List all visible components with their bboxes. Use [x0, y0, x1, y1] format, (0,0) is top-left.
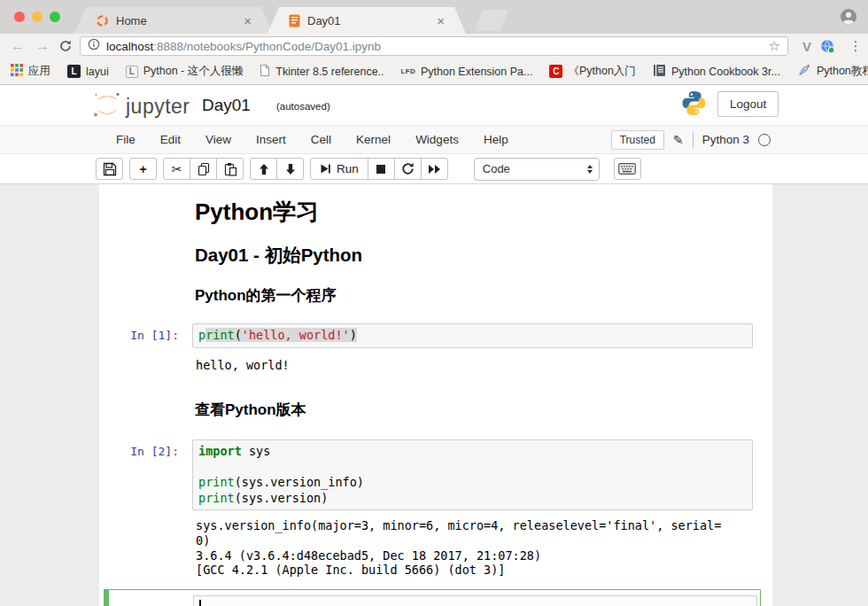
jupyter-toolbar: + ✂ Run Code — [0, 154, 868, 184]
code-token: rint — [205, 328, 235, 342]
bookmark-label: Python Cookbook 3r... — [671, 66, 780, 78]
save-button[interactable] — [96, 158, 123, 180]
menu-kernel[interactable]: Kernel — [344, 133, 403, 146]
tab-day01[interactable]: Day01 × — [267, 7, 466, 34]
paste-cell-button[interactable] — [216, 158, 244, 180]
input-prompt: In [1]: — [99, 323, 186, 348]
code-cell-1: In [1]: print('hello, world!') — [99, 323, 772, 348]
site-info-icon[interactable] — [88, 38, 100, 54]
menu-view[interactable]: View — [193, 133, 244, 146]
notebook-title[interactable]: Day01 — [202, 96, 251, 115]
notebook-scroll-area[interactable]: Python学习 Day01 - 初始Python Python的第一个程序 I… — [0, 184, 868, 606]
code-token: print — [198, 475, 235, 489]
bookmark-label: Python教程 — [817, 64, 868, 79]
trusted-badge[interactable]: Trusted — [611, 130, 664, 150]
url-text: localhost:8888/notebooks/PythonCode/Day0… — [106, 40, 769, 53]
close-tab-icon[interactable]: × — [244, 14, 252, 27]
bookmark-python-blog[interactable]: L Python - 这个人很懒 — [126, 64, 244, 79]
jupyter-header: jupyter Day01 (autosaved) Logout — [0, 86, 868, 125]
bookmark-python-tutorial[interactable]: Python教程 — [797, 63, 868, 80]
command-palette-button[interactable] — [614, 158, 641, 180]
translate-globe-icon[interactable] — [820, 39, 835, 58]
fast-forward-icon — [428, 164, 441, 175]
minimize-window-button[interactable] — [32, 12, 43, 22]
bookmark-python-cookbook[interactable]: Python Cookbook 3r... — [653, 64, 780, 80]
copy-cell-button[interactable] — [190, 158, 217, 180]
code-input-area[interactable] — [193, 595, 757, 606]
bookmark-label: 《Python入门 — [568, 64, 635, 79]
lfd-icon: LFD — [401, 67, 415, 75]
bookmark-label: Tkinter 8.5 reference.. — [275, 66, 384, 78]
jupyter-menubar: File Edit View Insert Cell Kernel Widget… — [0, 125, 868, 154]
restart-kernel-button[interactable] — [394, 158, 422, 180]
forward-button[interactable]: → — [32, 34, 53, 58]
logout-button[interactable]: Logout — [717, 91, 779, 117]
menu-file[interactable]: File — [104, 133, 148, 146]
bookmark-star-icon[interactable]: ☆ — [769, 38, 780, 54]
move-cell-down-button[interactable] — [276, 158, 304, 180]
jupyter-ring-icon — [96, 14, 109, 27]
keyboard-icon — [618, 163, 636, 175]
divider — [693, 132, 694, 148]
bookmark-label: layui — [86, 66, 109, 78]
code-input-area[interactable]: print('hello, world!') — [192, 323, 753, 348]
cell-type-dropdown[interactable]: Code — [474, 158, 600, 181]
restart-run-all-button[interactable] — [421, 158, 448, 180]
back-button[interactable]: ← — [7, 34, 28, 58]
jupyter-logo-icon — [91, 90, 123, 120]
run-label: Run — [337, 162, 359, 175]
bookmark-apps[interactable]: 应用 — [11, 64, 50, 79]
new-tab-button[interactable] — [475, 10, 508, 31]
jupyter-logo[interactable]: jupyter — [91, 90, 190, 120]
kernel-name: Python 3 — [702, 133, 749, 146]
bookmark-layui[interactable]: L layui — [67, 65, 109, 78]
bookmark-tkinter[interactable]: Tkinter 8.5 reference.. — [260, 64, 384, 80]
code-cell-3-selected[interactable]: In [ ]: — [104, 589, 761, 606]
address-bar[interactable]: localhost:8888/notebooks/PythonCode/Day0… — [80, 36, 788, 56]
menu-insert[interactable]: Insert — [244, 133, 298, 146]
restart-icon — [401, 162, 415, 175]
markdown-heading-3: 查看Python版本 — [195, 400, 306, 420]
browser-menu-icon[interactable]: ⋮ — [845, 34, 866, 58]
window-controls — [14, 12, 60, 22]
bookmarks-bar: 应用 L layui L Python - 这个人很懒 Tkinter 8.5 … — [0, 58, 868, 85]
arrow-up-icon — [258, 163, 270, 175]
menu-widgets[interactable]: Widgets — [403, 133, 471, 146]
kernel-idle-indicator — [758, 134, 771, 146]
dropdown-spinner-icon — [587, 165, 593, 174]
rocket-icon — [797, 63, 811, 80]
add-cell-button[interactable]: + — [129, 158, 157, 180]
menu-edit[interactable]: Edit — [148, 133, 193, 146]
close-tab-icon[interactable]: × — [437, 14, 445, 27]
tab-home[interactable]: Home × — [74, 7, 273, 34]
menu-cell[interactable]: Cell — [298, 133, 344, 146]
cell-type-value: Code — [483, 162, 510, 175]
page-icon — [260, 64, 270, 80]
move-cell-up-button[interactable] — [250, 158, 277, 180]
cut-cell-button[interactable]: ✂ — [163, 158, 190, 180]
menu-help[interactable]: Help — [471, 133, 521, 146]
code-token: ( — [235, 328, 242, 342]
empty-code-line — [198, 460, 747, 476]
zoom-window-button[interactable] — [50, 12, 60, 22]
bookmark-python-intro[interactable]: C 《Python入门 — [549, 64, 635, 79]
letter-l-icon: L — [126, 66, 138, 78]
interrupt-kernel-button[interactable] — [368, 158, 395, 180]
code-input-area[interactable]: import sys print(sys.version_info) print… — [192, 439, 753, 510]
run-cell-button[interactable]: Run — [310, 158, 368, 180]
profile-avatar-icon[interactable] — [840, 8, 857, 29]
markdown-heading-2: Day01 - 初始Python — [195, 243, 362, 268]
bookmark-label: Python - 这个人很懒 — [143, 64, 244, 79]
text-cursor — [199, 600, 201, 606]
extension-v-icon[interactable]: V — [795, 34, 818, 58]
bookmark-python-extension[interactable]: LFD Python Extension Pa... — [401, 66, 533, 78]
browser-tab-strip: Home × Day01 × — [0, 0, 868, 34]
csdn-icon: C — [549, 65, 562, 78]
code-token: sys — [242, 444, 271, 458]
close-window-button[interactable] — [14, 12, 25, 22]
browser-toolbar: ← → localhost:8888/notebooks/PythonCode/… — [0, 34, 868, 58]
reload-button[interactable] — [55, 34, 76, 58]
save-icon — [103, 162, 117, 176]
tab-label: Day01 — [307, 14, 428, 27]
code-token: ) — [350, 328, 357, 342]
